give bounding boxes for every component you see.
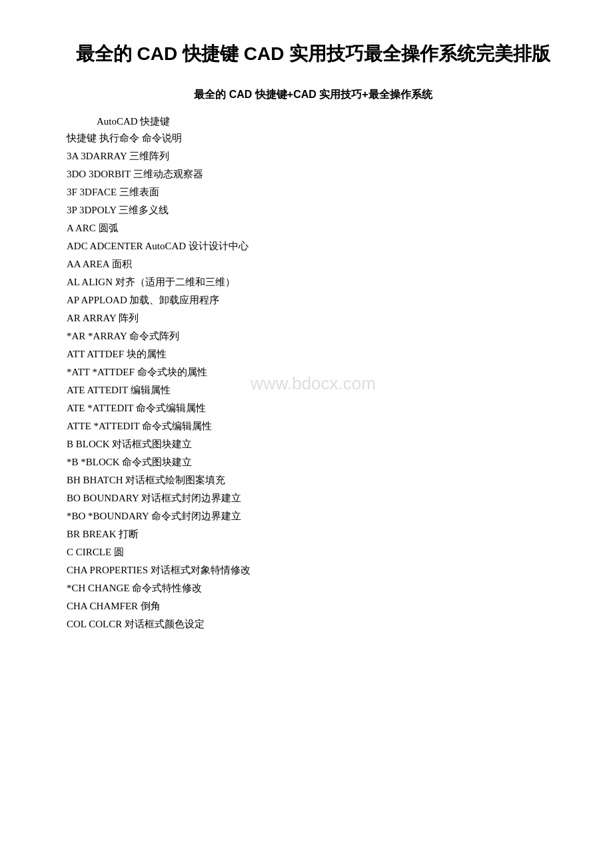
command-row: A ARC 圆弧 [67,219,560,237]
header-row: 快捷键 执行命令 命令说明 [67,132,560,145]
command-row: B BLOCK 对话框式图块建立 [67,435,560,453]
command-row: *B *BLOCK 命令式图块建立 [67,453,560,471]
command-row: BR BREAK 打断 [67,525,560,543]
command-row: 3F 3DFACE 三维表面 [67,183,560,201]
command-row: ATT ATTDEF 块的属性 [67,345,560,363]
command-row: CHA PROPERTIES 对话框式对象特情修改 [67,561,560,579]
command-row: ATTE *ATTEDIT 命令式编辑属性 [67,417,560,435]
command-row: AL ALIGN 对齐（适用于二维和三维） [67,273,560,291]
command-row: 3DO 3DORBIT 三维动态观察器 [67,165,560,183]
command-row: CHA CHAMFER 倒角 [67,597,560,615]
command-row: ADC ADCENTER AutoCAD 设计设计中心 [67,237,560,255]
command-row: AR ARRAY 阵列 [67,309,560,327]
command-row: COL COLCR 对话框式颜色设定 [67,615,560,633]
subtitle: 最全的 CAD 快捷键+CAD 实用技巧+最全操作系统 [67,88,560,102]
command-row: ATE *ATTEDIT 命令式编辑属性 [67,399,560,417]
command-row: *ATT *ATTDEF 命令式块的属性 [67,363,560,381]
autocad-label: AutoCAD 快捷键 [67,115,560,128]
command-row: ATE ATTEDIT 编辑属性 [67,381,560,399]
command-row: 3A 3DARRAY 三维阵列 [67,147,560,165]
command-row: C CIRCLE 圆 [67,543,560,561]
command-row: *BO *BOUNDARY 命令式封闭边界建立 [67,507,560,525]
command-row: BH BHATCH 对话框式绘制图案填充 [67,471,560,489]
command-row: BO BOUNDARY 对话框式封闭边界建立 [67,489,560,507]
command-row: AP APPLOAD 加载、卸载应用程序 [67,291,560,309]
command-row: *AR *ARRAY 命令式阵列 [67,327,560,345]
command-row: AA AREA 面积 [67,255,560,273]
commands-list: 3A 3DARRAY 三维阵列3DO 3DORBIT 三维动态观察器3F 3DF… [67,147,560,633]
main-title: 最全的 CAD 快捷键 CAD 实用技巧最全操作系统完美排版 [67,40,560,68]
content-area: 最全的 CAD 快捷键 CAD 实用技巧最全操作系统完美排版 最全的 CAD 快… [67,40,560,633]
command-row: 3P 3DPOLY 三维多义线 [67,201,560,219]
command-row: *CH CHANGE 命令式特性修改 [67,579,560,597]
